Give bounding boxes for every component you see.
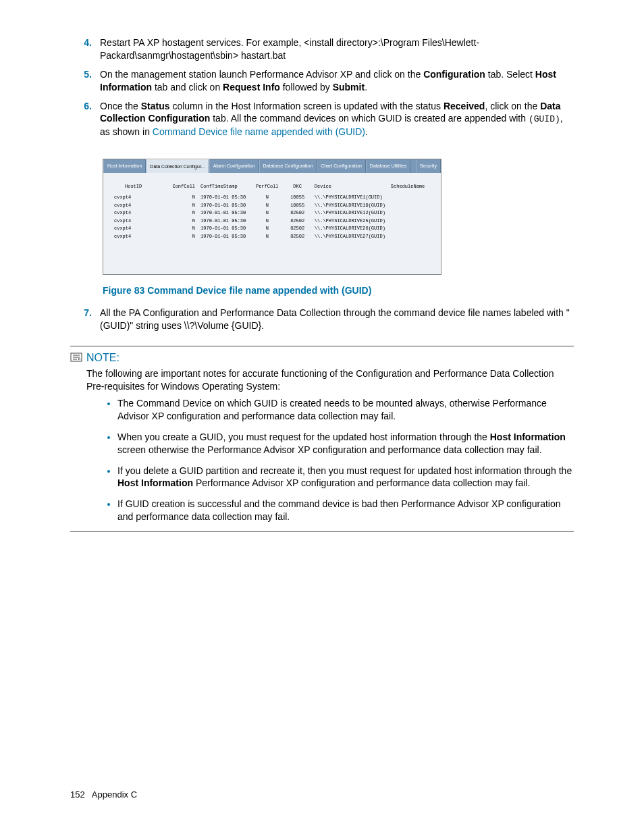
step-number: 6. <box>70 100 100 138</box>
step-7: 7. All the PA Configuration and Performa… <box>70 307 574 332</box>
figure-link[interactable]: Command Device file name appended with (… <box>153 126 365 137</box>
note-bullet-2: When you create a GUID, you must request… <box>117 431 574 457</box>
col-device: Device <box>312 182 388 194</box>
note-body: The following are important notes for ac… <box>86 367 574 523</box>
note-intro: The following are important notes for ac… <box>86 367 574 393</box>
note-icon <box>70 353 82 362</box>
tab-database-utilities[interactable]: Database Utilities <box>366 159 410 173</box>
tab-database-configuration[interactable]: Database Configuration <box>259 159 317 173</box>
figure-screenshot: Host Information Data Collection Configu… <box>103 159 441 275</box>
step-number: 4. <box>70 36 100 62</box>
step-body: Restart PA XP hostagent services. For ex… <box>100 36 574 62</box>
note-bullet-4: If GUID creation is successful and the c… <box>117 498 574 523</box>
tab-chart-configuration[interactable]: Chart Configuration <box>317 159 366 173</box>
figure-caption: Figure 83 Command Device file name appen… <box>103 284 574 297</box>
note-label: NOTE: <box>86 350 119 365</box>
tab-security[interactable]: Security <box>416 159 441 173</box>
step-5: 5. On the management station launch Perf… <box>70 68 574 94</box>
tab-alarm-configuration[interactable]: Alarm Configuration <box>209 159 259 173</box>
step-number: 7. <box>70 307 100 332</box>
col-hostid: HostID <box>107 182 162 194</box>
figure-table: HostID ConfColl ConfTimeStamp PerfColl D… <box>107 182 437 240</box>
ordered-steps: 4. Restart PA XP hostagent services. For… <box>70 36 574 332</box>
step-body: All the PA Configuration and Performance… <box>100 307 574 332</box>
tab-host-information[interactable]: Host Information <box>103 159 146 173</box>
step-body: On the management station launch Perform… <box>100 68 574 94</box>
page-number: 152 <box>70 789 85 800</box>
table-row: cvxpt4N1970-01-01 05:30N82502\\.\PHYSICA… <box>107 225 437 232</box>
page-footer: 152 Appendix C <box>70 789 574 801</box>
figure-tabs: Host Information Data Collection Configu… <box>103 159 441 173</box>
step-6: 6. Once the Status column in the Host In… <box>70 100 574 138</box>
step-body: Once the Status column in the Host Infor… <box>100 100 574 138</box>
col-confcoll: ConfColl <box>162 182 198 194</box>
col-dkc: DKC <box>284 182 312 194</box>
section-name: Appendix C <box>92 789 137 800</box>
figure-83: Host Information Data Collection Configu… <box>103 159 574 297</box>
col-schedulename: ScheduleName <box>388 182 437 194</box>
note-divider-bottom <box>70 531 574 532</box>
table-row: cvxpt4N1970-01-01 05:30N10055\\.\PHYSICA… <box>107 202 437 209</box>
figure-body: HostID ConfColl ConfTimeStamp PerfColl D… <box>103 173 441 274</box>
note-bullets: The Command Device on which GUID is crea… <box>103 397 574 523</box>
table-row: cvxpt4N1970-01-01 05:30N10055\\.\PHYSICA… <box>107 194 437 201</box>
note-bullet-1: The Command Device on which GUID is crea… <box>117 397 574 423</box>
note-divider-top <box>70 346 574 346</box>
note-header: NOTE: <box>70 350 574 365</box>
table-row: cvxpt4N1970-01-01 05:30N82502\\.\PHYSICA… <box>107 217 437 225</box>
col-perfcoll: PerfColl <box>251 182 283 194</box>
step-4: 4. Restart PA XP hostagent services. For… <box>70 36 574 62</box>
table-row: cvxpt4N1970-01-01 05:30N82502\\.\PHYSICA… <box>107 209 437 217</box>
step-number: 5. <box>70 68 100 94</box>
col-conftimestamp: ConfTimeStamp <box>198 182 251 194</box>
tab-data-collection[interactable]: Data Collection Configur... <box>146 159 209 173</box>
note-bullet-3: If you delete a GUID partition and recre… <box>117 465 574 490</box>
table-row: cvxpt4N1970-01-01 05:30N82502\\.\PHYSICA… <box>107 233 437 240</box>
